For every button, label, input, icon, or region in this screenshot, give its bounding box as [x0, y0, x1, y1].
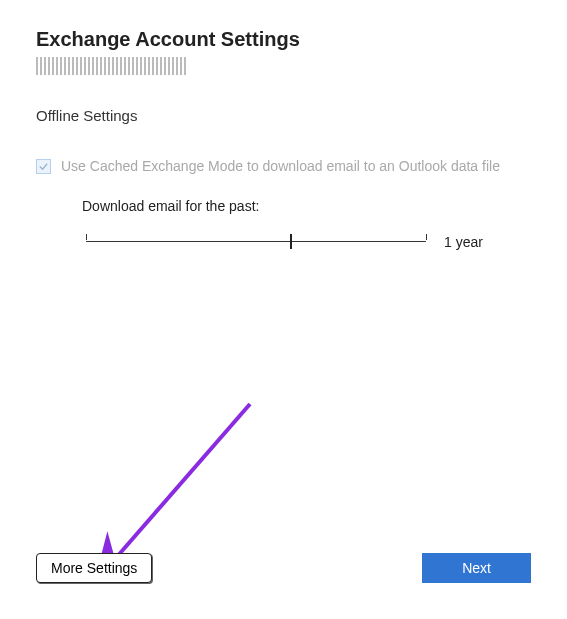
slider-thumb[interactable] — [290, 234, 292, 249]
slider-tick — [426, 234, 427, 240]
account-email-redacted — [36, 57, 186, 75]
slider-value-label: 1 year — [444, 234, 483, 250]
more-settings-button[interactable]: More Settings — [36, 553, 152, 583]
download-slider-row: 1 year — [86, 230, 531, 254]
cached-mode-label: Use Cached Exchange Mode to download ema… — [61, 158, 500, 174]
check-icon — [38, 161, 49, 172]
slider-tick — [86, 234, 87, 240]
download-past-label: Download email for the past: — [82, 198, 531, 214]
cached-mode-checkbox — [36, 159, 51, 174]
cached-mode-row: Use Cached Exchange Mode to download ema… — [36, 158, 531, 174]
annotation-arrow-icon — [100, 399, 260, 579]
offline-section-label: Offline Settings — [36, 107, 531, 124]
page-title: Exchange Account Settings — [36, 28, 531, 51]
dialog-footer: More Settings Next — [36, 553, 531, 583]
next-button[interactable]: Next — [422, 553, 531, 583]
download-slider[interactable] — [86, 230, 426, 254]
slider-track — [86, 241, 426, 242]
